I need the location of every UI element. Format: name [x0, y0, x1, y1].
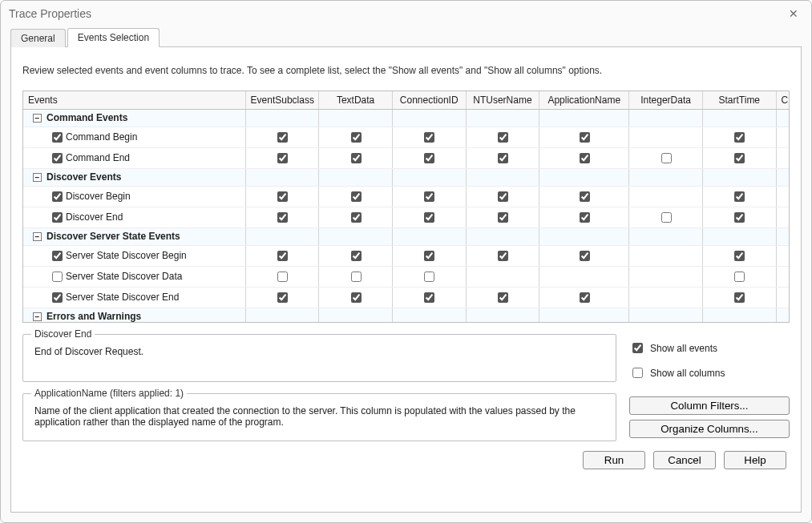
cell[interactable]	[319, 186, 393, 207]
col-textdata[interactable]: TextData	[319, 91, 393, 109]
cell-checkbox[interactable]	[498, 153, 508, 163]
events-cell[interactable]: Server State Discover Begin	[23, 245, 245, 266]
cell-checkbox[interactable]	[498, 191, 508, 202]
cell-checkbox[interactable]	[351, 191, 362, 202]
cell[interactable]	[539, 207, 629, 227]
cell[interactable]	[245, 207, 319, 227]
cell[interactable]	[319, 207, 393, 227]
cell-checkbox[interactable]	[661, 212, 672, 223]
cell[interactable]	[392, 168, 466, 186]
cell[interactable]	[319, 147, 393, 168]
cell[interactable]	[319, 245, 393, 266]
events-cell[interactable]: Server State Discover End	[23, 287, 245, 308]
cell[interactable]	[392, 109, 466, 127]
events-grid-scroll[interactable]: Events EventSubclass TextData Connection…	[23, 91, 789, 322]
col-applicationname[interactable]: ApplicationName	[539, 91, 629, 109]
row-checkbox[interactable]	[52, 251, 63, 261]
show-all-columns-checkbox[interactable]	[632, 368, 643, 378]
cell[interactable]	[392, 287, 466, 308]
cell-checkbox[interactable]	[351, 212, 362, 223]
cell[interactable]	[702, 308, 776, 322]
cell[interactable]	[776, 186, 789, 207]
cell-checkbox[interactable]	[277, 191, 288, 202]
cell[interactable]	[466, 207, 539, 227]
expand-toggle-icon[interactable]: −	[33, 114, 42, 123]
cell-checkbox[interactable]	[424, 292, 434, 303]
cell[interactable]	[245, 287, 319, 308]
events-cell[interactable]: −Errors and Warnings	[23, 308, 245, 322]
cell[interactable]	[629, 186, 703, 207]
cell[interactable]	[245, 168, 319, 186]
col-starttime[interactable]: StartTime	[702, 91, 776, 109]
show-all-columns[interactable]: Show all columns	[629, 365, 790, 380]
cell[interactable]	[776, 245, 789, 266]
table-row[interactable]: Command End	[23, 147, 789, 168]
events-cell[interactable]: Command Begin	[23, 127, 245, 147]
expand-toggle-icon[interactable]: −	[33, 232, 42, 241]
cell-checkbox[interactable]	[424, 153, 434, 163]
run-button[interactable]: Run	[583, 451, 645, 469]
cell[interactable]	[702, 186, 776, 207]
cell[interactable]	[319, 266, 393, 287]
cell-checkbox[interactable]	[734, 212, 745, 223]
cell[interactable]	[702, 207, 776, 227]
cell-checkbox[interactable]	[580, 191, 590, 202]
cell-checkbox[interactable]	[580, 251, 590, 261]
cell[interactable]	[629, 109, 703, 127]
cell[interactable]	[629, 147, 703, 168]
cell-checkbox[interactable]	[424, 132, 434, 143]
table-group-row[interactable]: −Discover Server State Events	[23, 227, 789, 245]
cell-checkbox[interactable]	[424, 191, 434, 202]
cell-checkbox[interactable]	[580, 153, 590, 163]
events-cell[interactable]: Discover End	[23, 207, 245, 227]
cell[interactable]	[245, 227, 319, 245]
cell[interactable]	[466, 308, 539, 322]
cell[interactable]	[539, 168, 629, 186]
cell[interactable]	[319, 127, 393, 147]
cell[interactable]	[702, 287, 776, 308]
cell-checkbox[interactable]	[580, 132, 590, 143]
col-ntusername[interactable]: NTUserName	[466, 91, 539, 109]
show-all-events-checkbox[interactable]	[632, 343, 643, 353]
cell-checkbox[interactable]	[734, 132, 745, 143]
cell-checkbox[interactable]	[734, 272, 745, 282]
cell[interactable]	[245, 245, 319, 266]
cell[interactable]	[319, 308, 393, 322]
cell[interactable]	[466, 245, 539, 266]
cell[interactable]	[539, 127, 629, 147]
table-row[interactable]: Discover Begin	[23, 186, 789, 207]
col-overflow[interactable]: C	[776, 91, 789, 109]
cell-checkbox[interactable]	[661, 153, 672, 163]
cell[interactable]	[245, 109, 319, 127]
cell[interactable]	[629, 308, 703, 322]
cell[interactable]	[319, 287, 393, 308]
show-all-events[interactable]: Show all events	[629, 340, 790, 356]
cell[interactable]	[776, 147, 789, 168]
cell-checkbox[interactable]	[498, 292, 508, 303]
cell-checkbox[interactable]	[734, 191, 745, 202]
cell[interactable]	[392, 308, 466, 322]
cell[interactable]	[776, 266, 789, 287]
cell[interactable]	[776, 227, 789, 245]
cell[interactable]	[245, 308, 319, 322]
cell[interactable]	[466, 147, 539, 168]
cell[interactable]	[466, 127, 539, 147]
table-group-row[interactable]: −Command Events	[23, 109, 789, 127]
table-row[interactable]: Command Begin	[23, 127, 789, 147]
cell[interactable]	[776, 308, 789, 322]
cell-checkbox[interactable]	[580, 292, 590, 303]
cell[interactable]	[392, 245, 466, 266]
cell-checkbox[interactable]	[351, 153, 362, 163]
cell-checkbox[interactable]	[580, 212, 590, 223]
cell[interactable]	[776, 287, 789, 308]
table-row[interactable]: Server State Discover End	[23, 287, 789, 308]
cell[interactable]	[539, 308, 629, 322]
cell[interactable]	[392, 127, 466, 147]
cell-checkbox[interactable]	[351, 292, 362, 303]
cell[interactable]	[629, 207, 703, 227]
cell[interactable]	[629, 168, 703, 186]
cell[interactable]	[629, 287, 703, 308]
cell[interactable]	[539, 109, 629, 127]
events-cell[interactable]: −Discover Server State Events	[23, 227, 245, 245]
cell[interactable]	[776, 127, 789, 147]
